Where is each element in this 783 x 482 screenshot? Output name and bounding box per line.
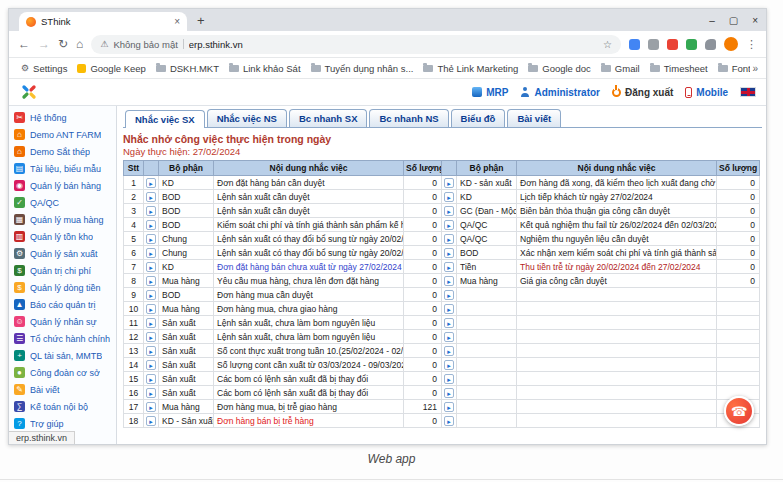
chat-widget-button[interactable]: ☎ xyxy=(724,396,754,426)
sidebar-item-cost[interactable]: $Quản trị chi phí xyxy=(9,262,116,279)
sidebar-item-report[interactable]: ▲Báo cáo quản trị xyxy=(9,296,116,313)
row-action-icon[interactable]: ▸ xyxy=(444,388,454,398)
sidebar-item-sales[interactable]: ◉Quản lý bán hàng xyxy=(9,177,116,194)
row-action-icon[interactable]: ▸ xyxy=(146,402,156,412)
task-cell[interactable] xyxy=(517,386,717,400)
row-action-icon[interactable]: ▸ xyxy=(146,206,156,216)
bookmark-item[interactable]: Google Keep xyxy=(73,63,149,74)
new-tab-button[interactable]: + xyxy=(197,13,205,28)
task-cell[interactable]: Các bom có lệnh sản xuất đã bị thay đổi xyxy=(214,372,404,386)
sidebar-item-hr[interactable]: ☺Quản lý nhân sự xyxy=(9,313,116,330)
menu-mobile[interactable]: Mobile xyxy=(685,87,728,98)
bookmark-star-icon[interactable]: ☆ xyxy=(603,39,612,50)
extension-icon[interactable] xyxy=(686,39,697,50)
sidebar-item-union[interactable]: ●Công đoàn cơ sở xyxy=(9,364,116,381)
main-tab[interactable]: Bài viết xyxy=(507,109,561,127)
row-action-icon[interactable]: ▸ xyxy=(146,346,156,356)
task-cell[interactable]: Số cont thực xuất trong tuần 10.(25/02/2… xyxy=(214,344,404,358)
row-action-icon[interactable]: ▸ xyxy=(444,374,454,384)
row-action-icon[interactable]: ▸ xyxy=(146,290,156,300)
bookmark-item[interactable]: DSKH.MKT xyxy=(152,63,223,74)
task-cell[interactable]: Lệnh sản xuất có thay đổi bổ sung từ ngà… xyxy=(214,246,404,260)
sidebar-item-qaqc[interactable]: ✓QA/QC xyxy=(9,194,116,211)
row-action-icon[interactable]: ▸ xyxy=(146,332,156,342)
task-cell[interactable]: Đơn hàng đã xong, đã kiểm theo lịch xuất… xyxy=(517,176,717,190)
task-cell[interactable]: Các bom có lệnh sản xuất đã bị thay đổi xyxy=(214,386,404,400)
sidebar-item-admin-org[interactable]: ☰Tổ chức hành chính xyxy=(9,330,116,347)
main-tab[interactable]: Biểu đồ xyxy=(451,109,506,127)
bookmark-item[interactable]: Timesheet xyxy=(646,63,712,74)
row-action-icon[interactable]: ▸ xyxy=(444,416,454,426)
row-action-icon[interactable]: ▸ xyxy=(146,220,156,230)
sidebar-item-article[interactable]: ✎Bài viết xyxy=(9,381,116,398)
task-cell[interactable]: Đơn hàng mua, bị trễ giao hàng xyxy=(214,400,404,414)
task-cell[interactable] xyxy=(517,330,717,344)
sidebar-item-accounting[interactable]: ∑Kế toán nội bộ xyxy=(9,398,116,415)
task-cell[interactable]: Kết quả nghiệm thu fail từ 26/02/2024 đế… xyxy=(517,218,717,232)
bookmarks-overflow-icon[interactable]: » xyxy=(752,63,758,74)
row-action-icon[interactable]: ▸ xyxy=(444,332,454,342)
bookmark-item[interactable]: Gmail xyxy=(597,63,644,74)
task-cell[interactable]: Xác nhận xem kiểm soát chi phí và tính g… xyxy=(517,246,717,260)
row-action-icon[interactable]: ▸ xyxy=(444,304,454,314)
task-cell[interactable] xyxy=(517,302,717,316)
task-cell[interactable]: Lệnh sản xuất, chưa làm bom nguyên liệu xyxy=(214,316,404,330)
row-action-icon[interactable]: ▸ xyxy=(444,276,454,286)
task-cell[interactable]: Đơn hàng mua, chưa giao hàng xyxy=(214,302,404,316)
bookmark-item[interactable]: Thẻ Link Marketing xyxy=(419,63,522,74)
row-action-icon[interactable]: ▸ xyxy=(146,262,156,272)
extension-icon[interactable] xyxy=(629,39,640,50)
row-action-icon[interactable]: ▸ xyxy=(146,248,156,258)
main-tab[interactable]: Bc nhanh SX xyxy=(289,109,368,127)
bookmark-item[interactable]: Tuyển dụng nhân s... xyxy=(307,63,418,74)
task-cell[interactable] xyxy=(517,344,717,358)
profile-avatar[interactable] xyxy=(724,37,738,51)
browser-menu-icon[interactable]: ⋮ xyxy=(746,38,757,51)
back-icon[interactable]: ← xyxy=(18,37,30,51)
sidebar-item-cashflow[interactable]: $Quản lý dòng tiền xyxy=(9,279,116,296)
task-cell[interactable]: Yêu cầu mua hàng, chưa lên đơn đặt hàng xyxy=(214,274,404,288)
task-cell[interactable]: Giá gia công cần duyệt xyxy=(517,274,717,288)
row-action-icon[interactable]: ▸ xyxy=(146,388,156,398)
task-cell[interactable]: Nghiệm thu nguyên liệu cần duyệt xyxy=(517,232,717,246)
row-action-icon[interactable]: ▸ xyxy=(444,248,454,258)
extensions-puzzle-icon[interactable] xyxy=(705,39,716,50)
row-action-icon[interactable]: ▸ xyxy=(444,402,454,412)
home-icon[interactable]: ⌂ xyxy=(76,37,83,51)
task-cell[interactable] xyxy=(517,372,717,386)
sidebar-item-help[interactable]: ?Trợ giúp xyxy=(9,415,116,432)
language-flag-icon[interactable] xyxy=(740,87,756,97)
task-cell[interactable] xyxy=(517,400,717,414)
main-tab[interactable]: Nhắc việc NS xyxy=(207,109,287,127)
sidebar-item-documents[interactable]: ▤Tài liệu, biểu mẫu xyxy=(9,160,116,177)
task-cell[interactable]: Thu tiền trễ từ ngày 20/02/2024 đến 27/0… xyxy=(517,260,717,274)
row-action-icon[interactable]: ▸ xyxy=(146,318,156,328)
row-action-icon[interactable]: ▸ xyxy=(146,234,156,244)
task-cell[interactable]: Lệnh sản xuất cần duyệt xyxy=(214,204,404,218)
sidebar-item-farm[interactable]: ⌂Demo ANT FARM xyxy=(9,126,116,143)
reload-icon[interactable]: ↻ xyxy=(58,37,68,51)
main-tab[interactable]: Bc nhanh NS xyxy=(369,109,448,127)
task-cell[interactable]: Đơn hàng mua cần duyệt xyxy=(214,288,404,302)
minimize-button[interactable]: – xyxy=(709,15,715,26)
sidebar-item-system[interactable]: ✂Hệ thống xyxy=(9,109,116,126)
sidebar-item-inventory[interactable]: ▥Quản lý tồn kho xyxy=(9,228,116,245)
tab-close-icon[interactable]: × xyxy=(174,16,180,27)
task-cell[interactable]: Kiểm soát chi phí và tính giá thành sản … xyxy=(214,218,404,232)
row-action-icon[interactable]: ▸ xyxy=(444,206,454,216)
row-action-icon[interactable]: ▸ xyxy=(146,374,156,384)
task-cell[interactable]: Số lượng cont cần xuất từ 03/03/2024 - 0… xyxy=(214,358,404,372)
row-action-icon[interactable]: ▸ xyxy=(444,262,454,272)
row-action-icon[interactable]: ▸ xyxy=(444,360,454,370)
row-action-icon[interactable]: ▸ xyxy=(146,178,156,188)
menu-administrator[interactable]: Administrator xyxy=(520,87,600,98)
bookmark-item[interactable]: Link khảo Sát xyxy=(225,63,305,74)
task-cell[interactable]: Biên bản thỏa thuận gia công cần duyệt xyxy=(517,204,717,218)
task-cell[interactable] xyxy=(517,414,717,428)
menu-mrp[interactable]: MRP xyxy=(472,87,508,98)
task-cell[interactable]: Đơn hàng bán bị trễ hàng xyxy=(214,414,404,428)
row-action-icon[interactable]: ▸ xyxy=(444,346,454,356)
task-cell[interactable] xyxy=(517,358,717,372)
row-action-icon[interactable]: ▸ xyxy=(444,234,454,244)
forward-icon[interactable]: → xyxy=(38,37,50,51)
